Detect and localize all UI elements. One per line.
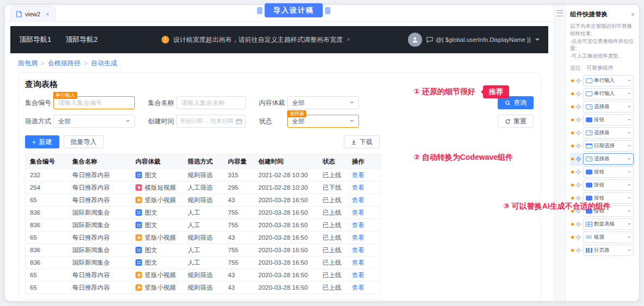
warning-close-icon[interactable]: × — [346, 36, 350, 43]
component-type-select[interactable]: 按钮 — [583, 114, 634, 126]
reset-button[interactable]: 重置 — [498, 115, 534, 128]
filter-select[interactable]: 全部 — [53, 115, 135, 128]
chevron-down-icon — [628, 80, 631, 83]
tab-view2[interactable]: view2 × — [10, 6, 55, 21]
component-type-select[interactable]: 选择器 — [583, 153, 634, 165]
breadcrumb-separator: > — [41, 60, 45, 67]
locate-crosshair-icon[interactable] — [575, 221, 581, 227]
component-type-select[interactable]: 单行输入 — [583, 88, 634, 99]
pagination-page[interactable]: 2 — [178, 301, 193, 302]
bullet-dot — [571, 118, 574, 121]
table-cell: 755 — [224, 247, 254, 253]
batch-import-button[interactable]: 批量导入 — [64, 135, 104, 148]
pagination-page[interactable]: 3 — [195, 301, 209, 302]
annotation-1: ① 还原的细节很好 推荐 — [413, 85, 509, 98]
locate-crosshair-icon[interactable] — [575, 234, 581, 240]
pager-component-icon — [586, 248, 592, 253]
chevron-down-icon — [126, 120, 130, 124]
table-cell: 315 — [224, 172, 254, 178]
view-link[interactable]: 查看 — [352, 184, 364, 192]
view-link[interactable]: 查看 — [352, 171, 364, 179]
panel-item[interactable]: 选择器 — [570, 127, 635, 140]
table-cell: 国际新闻集合 — [68, 209, 131, 217]
download-button[interactable]: 下载 — [344, 135, 380, 148]
panel-item[interactable]: 日期选择 — [570, 140, 635, 153]
panel-item[interactable]: 按钮 — [570, 179, 635, 192]
panel-item[interactable]: 按钮 — [570, 166, 635, 179]
table-cell: 国际新闻集合 — [68, 259, 131, 267]
component-type-select[interactable]: 链接 — [583, 232, 634, 243]
locate-crosshair-icon[interactable] — [575, 143, 581, 149]
view-link[interactable]: 查看 — [352, 234, 364, 242]
panel-item[interactable]: 单行输入 — [570, 74, 635, 88]
plus-icon: + — [32, 139, 36, 146]
pagination-page[interactable]: 1 — [162, 301, 176, 302]
component-type-select[interactable]: 选择器 — [583, 101, 634, 113]
locate-crosshair-icon[interactable] — [575, 182, 581, 188]
user-menu[interactable]: @{ $global.userInfo.DisplayName }} — [408, 33, 540, 47]
locate-crosshair-icon[interactable] — [575, 247, 581, 253]
locate-crosshair-icon[interactable] — [575, 156, 581, 162]
component-type-select[interactable]: 按钮 — [583, 166, 634, 178]
bullet-dot — [571, 145, 574, 147]
view-link[interactable]: 查看 — [352, 209, 364, 217]
tab-close-icon[interactable]: × — [46, 11, 49, 17]
panel-item[interactable]: 选择器 — [570, 153, 635, 166]
field-status: 状态 选择器 全部 — [259, 115, 359, 128]
pagination-page[interactable]: 50 — [263, 301, 277, 302]
panel-item[interactable]: 选择器 — [570, 101, 635, 114]
refresh-icon — [505, 118, 511, 124]
screen: view2 × 顶部导航1 顶部导航2 ! 设计稿宽度超出画布，请前往自定义主题… — [0, 0, 644, 306]
breadcrumb-item[interactable]: 面包屑 — [18, 59, 38, 68]
panel-item[interactable]: 链接 — [570, 231, 635, 244]
view-link[interactable]: 查看 — [352, 271, 364, 279]
view-link[interactable]: 查看 — [352, 259, 364, 267]
panel-item[interactable]: 按钮 — [570, 114, 635, 127]
view-link[interactable]: 查看 — [352, 246, 364, 254]
nav-item-1[interactable]: 顶部导航1 — [19, 35, 51, 45]
locate-crosshair-icon[interactable] — [575, 104, 581, 110]
component-type-select[interactable]: 选择器 — [583, 127, 634, 139]
date-component-icon — [586, 143, 592, 148]
pagination-page[interactable]: 4 — [212, 301, 226, 302]
component-label: 选择器 — [594, 103, 626, 110]
file-icon — [16, 11, 22, 17]
bullet-dot — [571, 79, 574, 82]
collection-name-input[interactable] — [176, 96, 246, 109]
nav-item-2[interactable]: 顶部导航2 — [65, 35, 97, 45]
locate-crosshair-icon[interactable] — [575, 169, 581, 175]
pagination-page[interactable]: 5 — [229, 301, 243, 302]
component-type-select[interactable]: 日期选择 — [583, 140, 634, 152]
component-label: 分页器 — [594, 247, 626, 254]
locate-crosshair-icon[interactable] — [575, 91, 581, 97]
table-cell: 2021-02-28 10:30 — [254, 184, 318, 191]
hamburger-menu-icon[interactable] — [556, 10, 563, 16]
chevron-down-icon — [628, 210, 631, 214]
genre-select[interactable]: 全部 — [287, 96, 359, 109]
view-link[interactable]: 查看 — [352, 221, 364, 229]
table-cell: 每日推荐内容 — [68, 184, 131, 192]
avatar[interactable] — [408, 33, 422, 47]
component-type-select[interactable]: 单行输入 — [583, 75, 634, 86]
component-type-select[interactable]: 数据表格 — [583, 218, 634, 230]
locate-crosshair-icon[interactable] — [575, 78, 581, 84]
view-link[interactable]: 查看 — [352, 196, 364, 204]
action-cell: 查看 — [348, 271, 380, 279]
panel-item[interactable]: 分页器 — [570, 244, 635, 257]
breadcrumb-item[interactable]: 自动生成 — [91, 59, 117, 68]
view-link[interactable]: 查看 — [352, 284, 364, 292]
panel-column-headers: 定位 可替换组件 — [570, 64, 635, 72]
locate-crosshair-icon[interactable] — [575, 130, 581, 136]
table-cell: 836 — [26, 259, 68, 266]
panel-close-icon[interactable]: × — [631, 11, 635, 18]
create-button[interactable]: + 新建 — [25, 135, 59, 148]
component-type-select[interactable]: 分页器 — [583, 245, 634, 256]
panel-item[interactable]: 数据表格 — [570, 218, 635, 231]
locate-crosshair-icon[interactable] — [575, 195, 581, 201]
date-range-picker[interactable]: 开始日期 - 结束日期 — [176, 115, 246, 128]
locate-crosshair-icon[interactable] — [575, 117, 581, 123]
panel-item[interactable]: 单行输入 — [570, 88, 635, 101]
component-type-select[interactable]: 按钮 — [583, 179, 634, 191]
breadcrumb-item[interactable]: 会根据路径 — [48, 59, 81, 68]
table-row: 232每日推荐内容图文规则筛选3152021-02-28 10:30已上线查看 — [26, 169, 380, 182]
